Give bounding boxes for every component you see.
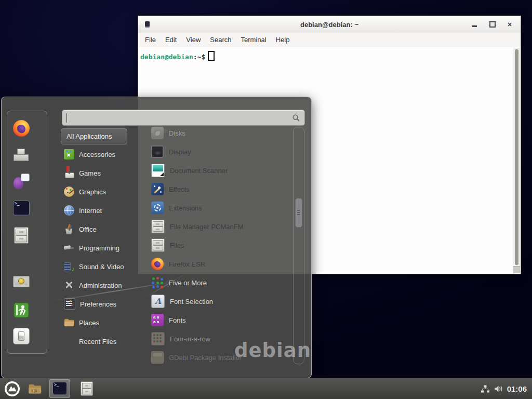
minimize-button[interactable] xyxy=(468,16,481,33)
search-icon xyxy=(292,114,300,122)
accessories-icon xyxy=(64,149,74,159)
category-list: Accessories Games Graphics Internet Offi… xyxy=(61,145,147,351)
taskbar: 01:06 xyxy=(0,378,532,399)
app-display[interactable]: Display xyxy=(149,142,294,161)
search-input[interactable] xyxy=(66,113,292,123)
firefox-icon xyxy=(151,258,164,270)
display-icon xyxy=(151,145,164,158)
maximize-button[interactable] xyxy=(486,16,499,33)
sound-video-icon xyxy=(64,261,74,272)
favorite-file-manager-button[interactable] xyxy=(2,225,41,246)
favorite-firefox-button[interactable] xyxy=(2,118,41,139)
terminal-scrollbar-thumb[interactable] xyxy=(515,49,518,265)
places-folder-icon xyxy=(64,317,74,328)
power-switch-icon xyxy=(13,328,30,344)
app-disks[interactable]: Disks xyxy=(149,124,294,142)
terminal-window-icon xyxy=(145,21,150,28)
terminal-icon xyxy=(52,382,67,395)
favorite-pidgin-button[interactable] xyxy=(2,171,41,192)
category-programming[interactable]: Programming xyxy=(61,238,147,257)
system-tray: 01:06 xyxy=(481,384,527,393)
menu-button[interactable] xyxy=(4,381,20,397)
gdebi-icon xyxy=(151,351,164,364)
app-effects[interactable]: Effects xyxy=(149,180,294,198)
app-fonts[interactable]: Fonts xyxy=(149,311,294,329)
category-internet[interactable]: Internet xyxy=(61,201,147,220)
file-cabinet-icon xyxy=(151,220,165,233)
menu-edit[interactable]: Edit xyxy=(161,33,181,47)
category-places[interactable]: Places xyxy=(61,313,147,332)
log-out-icon xyxy=(14,302,29,318)
menu-terminal[interactable]: Terminal xyxy=(236,33,271,47)
all-applications-button[interactable]: All Applications xyxy=(61,128,127,144)
terminal-titlebar[interactable]: debian@debian: ~ × xyxy=(138,16,521,33)
favorite-terminal-button[interactable] xyxy=(2,198,41,219)
app-list-scrollbar-thumb[interactable] xyxy=(295,198,302,228)
software-manager-icon xyxy=(14,147,29,162)
screensaver-lock-button[interactable] xyxy=(2,273,41,294)
shut-down-button[interactable] xyxy=(2,326,41,347)
fonts-icon xyxy=(151,314,164,326)
category-graphics[interactable]: Graphics xyxy=(61,182,147,201)
file-cabinet-launcher[interactable] xyxy=(79,382,94,395)
file-manager-launcher[interactable] xyxy=(28,382,42,395)
effects-icon xyxy=(151,183,164,195)
app-file-manager-pcmanfm[interactable]: File Manager PCManFM xyxy=(149,217,294,236)
category-administration[interactable]: Administration xyxy=(61,276,147,295)
preferences-icon xyxy=(64,298,75,310)
app-list-scrollbar[interactable] xyxy=(293,127,304,364)
disks-icon xyxy=(151,127,164,139)
app-gdebi-package-installer[interactable]: GDebi Package Installer xyxy=(149,348,294,364)
app-document-scanner[interactable]: Document Scanner xyxy=(149,161,294,180)
app-files[interactable]: Files xyxy=(149,236,294,255)
category-recent-files[interactable]: Recent Files xyxy=(61,332,147,351)
app-firefox-esr[interactable]: Firefox ESR xyxy=(149,255,294,273)
close-button[interactable]: × xyxy=(503,16,516,33)
terminal-task-button[interactable] xyxy=(49,379,70,398)
programming-icon xyxy=(64,243,74,253)
favorite-software-manager-button[interactable] xyxy=(2,144,41,165)
terminal-scrollbar[interactable] xyxy=(513,48,520,273)
menu-view[interactable]: View xyxy=(181,33,205,47)
administration-icon xyxy=(64,280,74,290)
internet-globe-icon xyxy=(64,205,74,216)
terminal-prompt: debian@debian:~$ xyxy=(140,51,215,61)
document-scanner-icon xyxy=(151,164,165,177)
extensions-gear-icon xyxy=(151,202,164,214)
category-office[interactable]: Office xyxy=(61,220,147,238)
terminal-cursor xyxy=(208,51,215,61)
application-list: Disks Display Document Scanner Effects E… xyxy=(149,124,294,364)
terminal-icon xyxy=(13,201,30,216)
category-games[interactable]: Games xyxy=(61,164,147,182)
recent-files-spacer xyxy=(64,336,74,347)
file-cabinet-icon xyxy=(151,238,165,252)
menu-search[interactable]: Search xyxy=(205,33,236,47)
app-five-or-more[interactable]: Five or More xyxy=(149,273,294,292)
category-sound-video[interactable]: Sound & Video xyxy=(61,257,147,276)
application-menu: debian All Applications Accessories Game… xyxy=(1,97,312,378)
clock[interactable]: 01:06 xyxy=(507,384,527,393)
app-font-selection[interactable]: Font Selection xyxy=(149,292,294,311)
category-accessories[interactable]: Accessories xyxy=(61,145,147,164)
terminal-window-title: debian@debian: ~ xyxy=(138,21,521,29)
network-icon[interactable] xyxy=(481,384,490,393)
office-icon xyxy=(64,224,74,234)
all-applications-label: All Applications xyxy=(66,132,112,140)
menu-file[interactable]: File xyxy=(140,33,161,47)
prompt-user-host: debian@debian xyxy=(140,53,193,61)
menu-help[interactable]: Help xyxy=(271,33,295,47)
log-out-button[interactable] xyxy=(2,300,41,321)
terminal-scrollbar-cap xyxy=(513,266,520,273)
terminal-menubar: File Edit View Search Terminal Help xyxy=(138,33,521,48)
volume-icon[interactable] xyxy=(494,384,503,393)
pidgin-icon xyxy=(13,174,30,189)
lock-screen-icon xyxy=(13,276,30,290)
firefox-icon xyxy=(13,120,30,137)
file-cabinet-icon xyxy=(14,227,29,244)
graphics-icon xyxy=(64,187,74,197)
app-extensions[interactable]: Extensions xyxy=(149,198,294,217)
category-preferences[interactable]: Preferences xyxy=(61,295,147,313)
app-four-in-a-row[interactable]: Four-in-a-row xyxy=(149,329,294,348)
prompt-path: :~$ xyxy=(193,53,205,61)
file-cabinet-icon xyxy=(81,381,93,396)
